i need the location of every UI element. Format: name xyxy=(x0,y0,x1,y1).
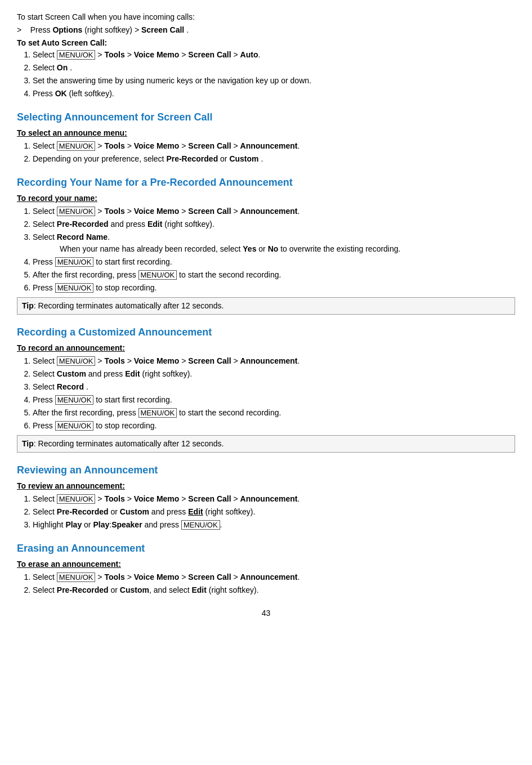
recording-name-steps: Select MENU/OK > Tools > Voice Memo > Sc… xyxy=(33,205,515,294)
rec-name-note: When your name has already been recorded… xyxy=(60,244,400,253)
subheading-erasing: To erase an announcement: xyxy=(17,558,515,570)
subheading-recording-custom: To record an announcement: xyxy=(17,342,515,354)
erasing-step-1: Select MENU/OK > Tools > Voice Memo > Sc… xyxy=(33,571,515,583)
section-heading-reviewing: Reviewing an Announcement xyxy=(17,463,515,478)
rec-name-step-5: After the first recording, press MENU/OK… xyxy=(33,269,515,281)
menu-ok-rc-5: MENU/OK xyxy=(138,408,177,418)
reviewing-step-1: Select MENU/OK > Tools > Voice Memo > Sc… xyxy=(33,493,515,505)
tip-recording-name: Tip: Recording terminates automatically … xyxy=(17,297,515,315)
intro-line3: To set Auto Screen Call: xyxy=(17,37,515,49)
auto-step-1: Select MENU/OK > Tools > Voice Memo > Sc… xyxy=(33,49,515,61)
intro-end: . xyxy=(186,25,189,34)
erasing-steps: Select MENU/OK > Tools > Voice Memo > Sc… xyxy=(33,571,515,596)
selecting-step-1: Select MENU/OK > Tools > Voice Memo > Sc… xyxy=(33,140,515,152)
page-content: To start Screen Call when you have incom… xyxy=(17,11,515,619)
selecting-step-2: Depending on your preference, select Pre… xyxy=(33,153,515,165)
intro-screencall: Screen Call xyxy=(141,25,184,34)
menu-ok-rv-1: MENU/OK xyxy=(57,494,96,504)
menu-ok-sel-1: MENU/OK xyxy=(57,141,96,151)
auto-screen-call-steps: Select MENU/OK > Tools > Voice Memo > Sc… xyxy=(33,49,515,100)
subheading-recording-name: To record your name: xyxy=(17,193,515,204)
menu-ok-rc-6: MENU/OK xyxy=(55,421,94,431)
subheading-selecting: To select an announce menu: xyxy=(17,127,515,139)
menu-ok-rn-5: MENU/OK xyxy=(138,270,177,280)
rec-custom-step-3: Select Record . xyxy=(33,381,515,393)
intro-options: Options xyxy=(52,25,82,34)
page-number: 43 xyxy=(17,607,515,619)
section-heading-selecting: Selecting Announcement for Screen Call xyxy=(17,110,515,125)
intro-line1: To start Screen Call when you have incom… xyxy=(17,11,515,23)
menu-ok-rn-1: MENU/OK xyxy=(57,207,96,216)
auto-step-2: Select On . xyxy=(33,62,515,74)
menu-ok-rc-1: MENU/OK xyxy=(57,356,96,366)
erasing-step-2: Select Pre-Recorded or Custom, and selec… xyxy=(33,584,515,596)
rec-name-step-1: Select MENU/OK > Tools > Voice Memo > Sc… xyxy=(33,205,515,217)
auto-step-3: Set the answering time by using numeric … xyxy=(33,75,515,87)
tip-recording-custom: Tip: Recording terminates automatically … xyxy=(17,435,515,453)
recording-custom-steps: Select MENU/OK > Tools > Voice Memo > Sc… xyxy=(33,355,515,432)
intro-middle: (right softkey) > xyxy=(84,25,141,34)
selecting-steps: Select MENU/OK > Tools > Voice Memo > Sc… xyxy=(33,140,515,165)
rec-name-step-3: Select Record Name. When your name has a… xyxy=(33,231,515,255)
menu-ok-rn-4: MENU/OK xyxy=(55,257,94,267)
section-heading-recording-custom: Recording a Customized Announcement xyxy=(17,325,515,340)
rec-custom-step-4: Press MENU/OK to start first recording. xyxy=(33,394,515,406)
reviewing-steps: Select MENU/OK > Tools > Voice Memo > Sc… xyxy=(33,493,515,531)
intro-line2: > Press Options (right softkey) > Screen… xyxy=(17,24,515,36)
reviewing-step-3: Highlight Play or Play:Speaker and press… xyxy=(33,519,515,531)
rec-name-step-6: Press MENU/OK to stop recording. xyxy=(33,282,515,294)
rec-custom-step-5: After the first recording, press MENU/OK… xyxy=(33,407,515,419)
rec-name-step-2: Select Pre-Recorded and press Edit (righ… xyxy=(33,218,515,230)
menu-ok-er-1: MENU/OK xyxy=(57,572,96,582)
reviewing-step-2: Select Pre-Recorded or Custom and press … xyxy=(33,506,515,518)
section-heading-recording-name: Recording Your Name for a Pre-Recorded A… xyxy=(17,175,515,190)
intro-gt: > Press xyxy=(17,25,52,34)
rec-name-step-4: Press MENU/OK to start first recording. xyxy=(33,256,515,268)
menu-ok-rc-4: MENU/OK xyxy=(55,395,94,405)
subheading-reviewing: To review an announcement: xyxy=(17,480,515,492)
section-heading-erasing: Erasing an Announcement xyxy=(17,541,515,556)
menu-ok-rv-3: MENU/OK xyxy=(181,520,220,530)
menu-ok-1: MENU/OK xyxy=(57,50,96,60)
menu-ok-rn-6: MENU/OK xyxy=(55,283,94,293)
rec-custom-step-1: Select MENU/OK > Tools > Voice Memo > Sc… xyxy=(33,355,515,367)
rec-custom-step-2: Select Custom and press Edit (right soft… xyxy=(33,368,515,380)
auto-step-4: Press OK (left softkey). xyxy=(33,88,515,100)
rec-custom-step-6: Press MENU/OK to stop recording. xyxy=(33,420,515,432)
